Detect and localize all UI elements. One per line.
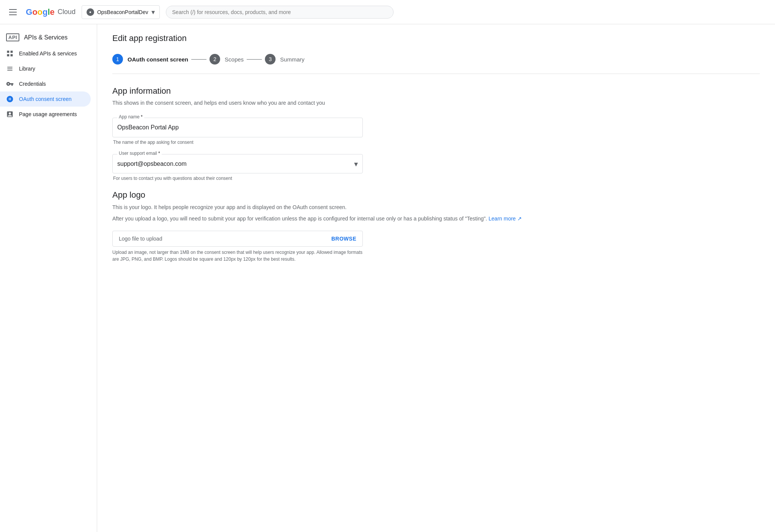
grid-icon	[6, 50, 14, 57]
sidebar-item-credentials[interactable]: Credentials	[0, 76, 91, 91]
google-cloud-logo[interactable]: Google Cloud	[26, 7, 76, 17]
user-support-hint: For users to contact you with questions …	[112, 176, 363, 181]
app-name-label: App name *	[117, 114, 144, 120]
agreements-icon	[6, 110, 14, 118]
logo-upload-container: Logo file to upload BROWSE	[112, 231, 363, 247]
step-3: 3 Summary	[265, 54, 304, 65]
sidebar-item-label: Library	[19, 66, 35, 72]
user-support-container: User support email * support@opsbeacon.c…	[112, 154, 363, 173]
upload-placeholder: Logo file to upload	[119, 236, 162, 242]
sidebar-item-oauth-consent[interactable]: OAuth consent screen	[0, 91, 91, 107]
top-navigation: Google Cloud ● OpsBeaconPortalDev ▾	[0, 0, 775, 24]
app-info-section-title: App information	[112, 86, 760, 96]
step-1-circle: 1	[112, 54, 123, 65]
sidebar-item-enabled-apis[interactable]: Enabled APIs & services	[0, 46, 91, 61]
browse-button[interactable]: BROWSE	[331, 236, 356, 242]
sidebar-item-library[interactable]: Library	[0, 61, 91, 76]
api-badge: API	[6, 33, 19, 41]
step-2: 2 Scopes	[210, 54, 244, 65]
sidebar-item-label: Page usage agreements	[19, 111, 77, 117]
oauth-icon	[6, 95, 14, 103]
app-name-hint: The name of the app asking for consent	[112, 140, 363, 145]
app-name-input[interactable]	[113, 118, 362, 137]
step-2-circle: 2	[210, 54, 220, 65]
app-name-required: *	[141, 114, 143, 120]
google-g-icon: Google	[26, 7, 55, 17]
user-support-required: *	[158, 151, 160, 156]
project-avatar: ●	[87, 8, 94, 16]
app-info-section-desc: This shows in the consent screen, and he…	[112, 99, 760, 107]
project-name: OpsBeaconPortalDev	[97, 9, 148, 15]
step-3-circle: 3	[265, 54, 276, 65]
key-icon	[6, 80, 14, 88]
learn-more-link[interactable]: Learn more ↗	[488, 216, 521, 222]
chevron-down-icon: ▾	[151, 8, 155, 16]
app-logo-section-title: App logo	[112, 190, 760, 200]
user-support-label: User support email *	[117, 151, 162, 156]
main-layout: API APIs & Services Enabled APIs & servi…	[0, 24, 775, 532]
sidebar-title: APIs & Services	[24, 34, 68, 41]
search-input[interactable]	[166, 6, 394, 19]
sidebar-item-page-usage[interactable]: Page usage agreements	[0, 107, 91, 122]
app-logo-desc2-text: After you upload a logo, you will need t…	[112, 216, 488, 222]
step-3-label: Summary	[280, 56, 304, 63]
app-logo-desc1: This is your logo. It helps people recog…	[112, 203, 760, 211]
project-selector[interactable]: ● OpsBeaconPortalDev ▾	[82, 5, 160, 19]
upload-hint: Upload an image, not larger than 1MB on …	[112, 249, 363, 263]
user-support-select[interactable]: support@opsbeacon.com	[113, 154, 362, 173]
user-support-field: User support email * support@opsbeacon.c…	[112, 154, 363, 181]
sidebar-item-label: Enabled APIs & services	[19, 50, 77, 57]
app-name-field: App name * The name of the app asking fo…	[112, 118, 363, 145]
step-divider-1	[191, 59, 206, 60]
sidebar-header: API APIs & Services	[0, 27, 97, 46]
step-1: 1 OAuth consent screen	[112, 54, 188, 65]
cloud-text: Cloud	[58, 8, 76, 16]
sidebar-item-label: OAuth consent screen	[19, 96, 72, 102]
app-logo-desc2: After you upload a logo, you will need t…	[112, 214, 760, 223]
sidebar: API APIs & Services Enabled APIs & servi…	[0, 24, 97, 532]
page-title: Edit app registration	[112, 33, 760, 43]
hamburger-menu-button[interactable]	[6, 6, 20, 18]
step-1-label: OAuth consent screen	[128, 56, 188, 63]
step-divider-2	[247, 59, 262, 60]
step-2-label: Scopes	[225, 56, 244, 63]
app-logo-section: App logo This is your logo. It helps peo…	[112, 190, 760, 263]
stepper: 1 OAuth consent screen 2 Scopes 3 Summar…	[112, 54, 760, 74]
sidebar-item-label: Credentials	[19, 81, 46, 87]
app-name-container: App name *	[112, 118, 363, 137]
library-icon	[6, 65, 14, 72]
main-content: Edit app registration 1 OAuth consent sc…	[97, 24, 775, 532]
